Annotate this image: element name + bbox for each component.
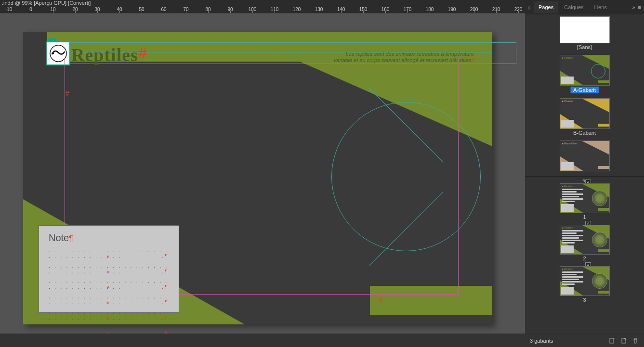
ruler-tick: 170 bbox=[398, 7, 417, 12]
new-page-icon[interactable] bbox=[620, 337, 628, 345]
tab-pages[interactable]: Pages bbox=[534, 1, 558, 13]
ruler-tick: 130 bbox=[309, 7, 329, 12]
panels-dock: ◇ Pages Calques Liens » ≡ [Sans]■ Reptil… bbox=[525, 0, 644, 347]
ruler-tick: 50 bbox=[132, 7, 151, 12]
tab-links[interactable]: Liens bbox=[590, 1, 612, 13]
description-end-marker: # bbox=[471, 57, 474, 63]
note-dotted-line: . . . . . . . . . . . . . . . . . . . . … bbox=[49, 278, 169, 290]
master-page-item[interactable]: ■ ReptilesA-Gabarit bbox=[530, 55, 639, 98]
document-page[interactable]: # Reptiles# Les reptiles sont des animau… bbox=[23, 32, 492, 324]
ruler-tick: 10 bbox=[43, 7, 63, 12]
ruler-tick: 140 bbox=[331, 7, 351, 12]
panel-menu-icon[interactable]: ≡ bbox=[638, 4, 641, 10]
note-dotted-line: . . . . . . . . . . . . . . . . . . . . … bbox=[49, 309, 169, 321]
footer-masters-count: 3 gabarits bbox=[530, 338, 553, 344]
note-dotted-line: . . . . . . . . . . . . . . . . . . . . … bbox=[49, 294, 169, 305]
ruler-tick: 30 bbox=[88, 7, 107, 12]
ruler-tick: 210 bbox=[486, 7, 506, 12]
page-number-label: 3 bbox=[530, 297, 639, 303]
master-page-item[interactable]: [Sans] bbox=[530, 16, 639, 50]
ruler-tick: 160 bbox=[376, 7, 395, 12]
master-page-item[interactable]: ■ OiseauxB-Gabarit bbox=[530, 98, 639, 136]
panel-options-icon[interactable]: ◇ bbox=[528, 5, 532, 10]
note-dotted-line: . . . . . . . . . . . . . . . . . . . . … bbox=[49, 263, 169, 274]
delete-page-icon[interactable] bbox=[631, 337, 639, 345]
page-number-marker-right: # bbox=[379, 296, 383, 305]
master-page-label: A-Gabarit bbox=[570, 87, 599, 93]
master-page-item[interactable]: ■ Mammifères bbox=[530, 141, 639, 171]
ruler-tick: 80 bbox=[198, 7, 218, 12]
page-number-label: 1 bbox=[530, 214, 639, 220]
pages-section[interactable]: A■ Reptiles1A■ Reptiles2A■ Reptiles3 bbox=[525, 177, 644, 334]
page-thumb-item[interactable]: A■ Reptiles2 bbox=[530, 225, 639, 261]
ruler-tick: 190 bbox=[442, 7, 461, 12]
ruler-tick: 180 bbox=[420, 7, 439, 12]
page-thumb-item[interactable]: A■ Reptiles1 bbox=[530, 183, 639, 220]
ruler-tick: -10 bbox=[0, 7, 18, 12]
ruler-tick: 150 bbox=[354, 7, 373, 12]
ruler-tick: 40 bbox=[110, 7, 129, 12]
master-page-label: [Sans] bbox=[530, 44, 639, 50]
ruler-tick: 60 bbox=[154, 7, 173, 12]
page-thumb-item[interactable]: A■ Reptiles3 bbox=[530, 266, 639, 303]
window-title: .indd @ 99% [Aperçu GPU] [Converti] bbox=[2, 0, 91, 6]
edit-page-size-icon[interactable] bbox=[608, 337, 616, 345]
bottom-status-bar bbox=[0, 334, 525, 347]
ruler-tick: 100 bbox=[243, 7, 262, 12]
pages-panel-footer: 3 gabarits bbox=[525, 334, 644, 347]
ruler-tick: 70 bbox=[176, 7, 196, 12]
ruler-tick: 20 bbox=[66, 7, 85, 12]
note-dotted-line: . . . . . . . . . . . . . . . . . . . . … bbox=[49, 247, 169, 259]
ruler-tick: 90 bbox=[221, 7, 240, 12]
ruler-tick: 110 bbox=[265, 7, 284, 12]
svg-point-1 bbox=[53, 53, 54, 54]
tab-layers[interactable]: Calques bbox=[559, 1, 588, 13]
canvas-viewport[interactable]: # Reptiles# Les reptiles sont des animau… bbox=[0, 13, 525, 334]
ruler-tick: 0 bbox=[21, 7, 40, 12]
svg-rect-2 bbox=[610, 338, 614, 343]
ruler-tick: 200 bbox=[464, 7, 484, 12]
note-frame[interactable]: Note¶ . . . . . . . . . . . . . . . . . … bbox=[39, 225, 179, 313]
panel-tabs: ◇ Pages Calques Liens » ≡ bbox=[525, 0, 644, 14]
master-page-label: B-Gabarit bbox=[530, 130, 639, 136]
tabs-more-icon[interactable]: » bbox=[632, 4, 635, 10]
masters-section[interactable]: [Sans]■ ReptilesA-Gabarit■ OiseauxB-Gaba… bbox=[525, 14, 644, 177]
scrollbar[interactable] bbox=[640, 14, 643, 176]
note-dotted-line: . . . . . . . . . . . . . . . . . . . . … bbox=[49, 324, 169, 334]
page-number-label: 2 bbox=[530, 256, 639, 261]
note-title: Note¶ bbox=[49, 232, 169, 244]
ruler-tick: 120 bbox=[287, 7, 306, 12]
